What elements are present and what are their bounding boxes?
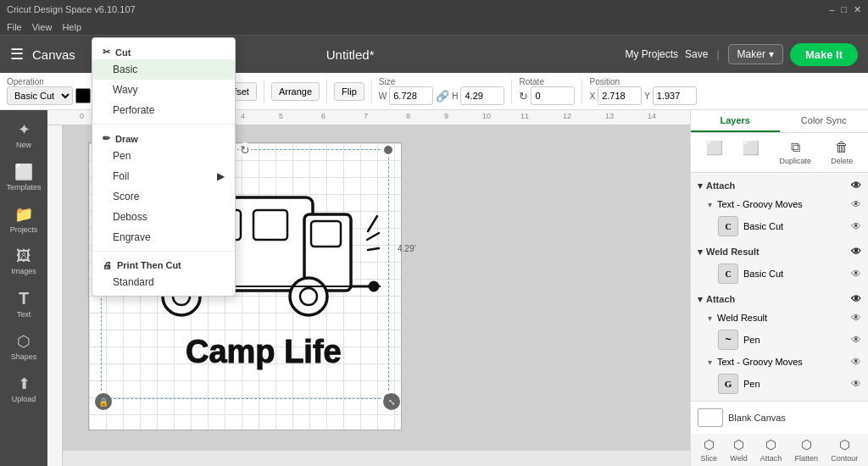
sidebar-item-projects[interactable]: 📁 Projects [4, 200, 43, 239]
sidebar-label-projects: Projects [10, 225, 38, 234]
basic-cut-label-weld: Basic Cut [743, 269, 783, 279]
attach-label: Attach [760, 454, 782, 463]
eye-icon-attach-1[interactable]: 👁 [851, 180, 861, 191]
separator-4 [264, 80, 264, 103]
collapse-icon-1: ▾ [698, 180, 703, 191]
size-label: Size [379, 77, 505, 86]
tab-layers[interactable]: Layers [691, 110, 780, 132]
weld-button[interactable]: ⬡ Weld [730, 437, 747, 463]
sidebar-item-upload[interactable]: ⬆ Upload [4, 369, 43, 408]
make-it-button[interactable]: Make It [790, 43, 858, 66]
sidebar-item-shapes[interactable]: ⬡ Shapes [4, 327, 43, 366]
flatten-button[interactable]: ⬡ Flatten [795, 437, 819, 463]
tab-color-sync[interactable]: Color Sync [780, 110, 869, 132]
attach-header-2[interactable]: ▾ Attach 👁 [691, 290, 868, 308]
operation-label: Operation [7, 77, 91, 86]
slice-button[interactable]: ⬡ Slice [701, 437, 718, 463]
attach-button[interactable]: ⬡ Attach [760, 437, 782, 463]
close-button[interactable]: ✕ [854, 4, 861, 15]
dropdown-foil[interactable]: Foil ▶ [92, 166, 235, 186]
eye-icon-basic-cut-1[interactable]: 👁 [851, 220, 861, 232]
layer-sub-pen-1[interactable]: ~ Pen 👁 [691, 327, 868, 352]
attach-label-1: Attach [706, 180, 735, 191]
sidebar-label-new: New [16, 141, 31, 149]
upload-icon: ⬆ [18, 374, 31, 393]
maximize-button[interactable]: □ [841, 4, 847, 15]
panel-action-2[interactable]: ⬜ [737, 138, 765, 167]
hamburger-icon[interactable]: ☰ [10, 45, 24, 64]
print-section-title: 🖨 Print Then Cut [92, 255, 235, 272]
operation-color-swatch[interactable] [75, 88, 91, 103]
dropdown-wavy[interactable]: Wavy [92, 80, 235, 100]
draw-icon: ✏ [103, 133, 110, 144]
eye-icon-pen-2[interactable]: 👁 [851, 378, 861, 390]
maker-button[interactable]: Maker ▾ [728, 44, 783, 64]
flatten-label: Flatten [795, 454, 819, 463]
dropdown-pen[interactable]: Pen [92, 146, 235, 166]
layer-text-groovy-2[interactable]: ▾ Text - Groovy Moves 👁 [691, 352, 868, 371]
eye-icon-text-groovy-2[interactable]: 👁 [851, 356, 861, 368]
layer-text-groovy-moves[interactable]: ▾ Text - Groovy Moves 👁 [691, 195, 868, 214]
layer-weld-result-2[interactable]: ▾ Weld Result 👁 [691, 308, 868, 327]
eye-icon-pen-1[interactable]: 👁 [851, 334, 861, 346]
eye-icon-weld-1[interactable]: 👁 [851, 246, 861, 258]
save-button[interactable]: Save [685, 48, 708, 60]
dropdown-score[interactable]: Score [92, 186, 235, 207]
text-icon: T [19, 289, 29, 308]
projects-icon: 📁 [14, 205, 33, 224]
height-input[interactable] [460, 86, 504, 105]
dropdown-engrave[interactable]: Engrave [92, 227, 235, 247]
pen-label-1: Pen [743, 335, 760, 345]
menu-file[interactable]: File [7, 22, 22, 32]
dropdown-perforate[interactable]: Perforate [92, 100, 235, 120]
flip-button[interactable]: Flip [334, 82, 364, 101]
dropdown-deboss[interactable]: Deboss [92, 207, 235, 227]
sidebar-item-templates[interactable]: ⬜ Templates [4, 158, 43, 197]
eye-icon-attach-2[interactable]: 👁 [851, 293, 861, 305]
sidebar-item-images[interactable]: 🖼 Images [4, 242, 43, 280]
sidebar-label-images: Images [11, 267, 36, 275]
handle-tr[interactable] [382, 144, 394, 156]
operation-dropdown: ✂ Cut Basic Wavy Perforate ✏ Draw Pen Fo… [92, 37, 236, 297]
eye-icon-basic-cut-weld[interactable]: 👁 [851, 268, 861, 280]
eye-icon-text-groovy[interactable]: 👁 [851, 198, 861, 210]
rotate-input[interactable] [531, 86, 575, 105]
weld-result-header-1[interactable]: ▾ Weld Result 👁 [691, 242, 868, 261]
slice-label: Slice [701, 454, 718, 463]
menu-view[interactable]: View [32, 22, 53, 32]
position-label: Position [589, 77, 696, 86]
chevron-down-icon: ▾ [769, 48, 774, 60]
attach-section-2: ▾ Attach 👁 ▾ Weld Result 👁 ~ Pen 👁 ▾ Tex… [691, 290, 868, 397]
contour-label: Contour [831, 454, 858, 463]
sidebar-item-text[interactable]: T Text [4, 284, 43, 324]
eye-icon-weld-result-2[interactable]: 👁 [851, 312, 861, 324]
layer-sub-basic-cut-weld[interactable]: C Basic Cut 👁 [691, 261, 868, 286]
menu-help[interactable]: Help [62, 22, 81, 32]
arrange-button[interactable]: Arrange [271, 82, 320, 101]
window-controls: – □ ✕ [829, 4, 861, 15]
rotate-label: Rotate [519, 77, 575, 86]
dropdown-standard[interactable]: Standard [92, 272, 235, 292]
sidebar-item-new[interactable]: ✦ New [4, 115, 43, 154]
separator-5 [326, 80, 327, 103]
dropdown-basic[interactable]: Basic [92, 59, 235, 80]
panel-action-1[interactable]: ⬜ [701, 138, 728, 167]
contour-button[interactable]: ⬡ Contour [831, 437, 858, 463]
delete-button[interactable]: 🗑 Delete [826, 138, 858, 167]
layer-sub-pen-2[interactable]: G Pen 👁 [691, 371, 868, 397]
arrange-section: Arrange [271, 82, 320, 101]
y-input[interactable] [653, 86, 697, 105]
duplicate-button[interactable]: ⧉ Duplicate [774, 138, 816, 167]
attach-header-1[interactable]: ▾ Attach 👁 [691, 176, 868, 195]
x-input[interactable] [598, 86, 642, 105]
width-input[interactable] [389, 86, 433, 105]
expand-icon: ▾ [708, 200, 712, 209]
blank-canvas-label: Blank Canvas [728, 413, 786, 423]
operation-select[interactable]: Basic Cut [7, 86, 73, 105]
layer-sub-basic-cut-1[interactable]: C Basic Cut 👁 [691, 214, 868, 239]
resize-icon[interactable]: ⤡ [383, 393, 400, 410]
my-projects-button[interactable]: My Projects [625, 48, 678, 60]
minimize-button[interactable]: – [829, 4, 834, 15]
canvas-label: Canvas [32, 47, 75, 62]
lock-icon[interactable]: 🔒 [95, 393, 112, 410]
